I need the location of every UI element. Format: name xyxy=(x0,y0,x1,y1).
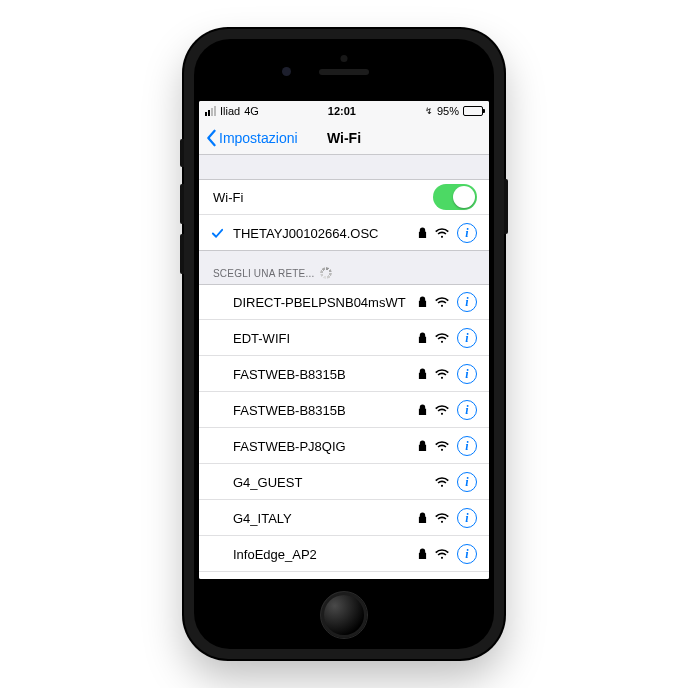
network-ssid: FASTWEB-B8315B xyxy=(233,367,418,382)
network-ssid: G4_GUEST xyxy=(233,475,435,490)
connected-ssid: THETAYJ00102664.OSC xyxy=(233,226,418,241)
network-cell[interactable]: InfoEdge_AP2i xyxy=(199,536,489,572)
info-button[interactable]: i xyxy=(457,544,477,564)
network-ssid: DIRECT-PBELPSNB04msWT xyxy=(233,295,418,310)
lock-icon xyxy=(418,404,427,416)
wifi-icon xyxy=(435,228,449,239)
network-cell[interactable]: G4_ITALYi xyxy=(199,500,489,536)
info-button[interactable]: i xyxy=(457,328,477,348)
wifi-icon xyxy=(435,369,449,380)
lock-icon xyxy=(418,227,427,239)
network-cell[interactable]: EDT-WIFIi xyxy=(199,320,489,356)
battery-icon xyxy=(463,106,483,116)
lock-icon xyxy=(418,548,427,560)
content[interactable]: Wi-Fi THETAYJ00102664.OSC xyxy=(199,155,489,579)
network-label: 4G xyxy=(244,105,259,117)
network-ssid: FASTWEB-B8315B xyxy=(233,403,418,418)
nav-bar: Impostazioni Wi-Fi xyxy=(199,121,489,155)
network-list: DIRECT-PBELPSNB04msWTiEDT-WIFIiFASTWEB-B… xyxy=(199,284,489,579)
back-label: Impostazioni xyxy=(219,130,298,146)
network-cell[interactable]: Vodafone-infoedgei xyxy=(199,572,489,579)
wifi-icon xyxy=(435,405,449,416)
carrier-label: Iliad xyxy=(220,105,240,117)
wifi-icon xyxy=(435,477,449,488)
battery-pct: 95% xyxy=(437,105,459,117)
section-header-label: SCEGLI UNA RETE... xyxy=(213,268,314,279)
lock-icon xyxy=(418,368,427,380)
network-cell[interactable]: G4_GUESTi xyxy=(199,464,489,500)
choose-network-header: SCEGLI UNA RETE... xyxy=(199,251,489,284)
screen: Iliad 4G 12:01 ↯ 95% Impostazioni Wi-Fi xyxy=(199,101,489,579)
wifi-toggle-cell: Wi-Fi xyxy=(199,179,489,215)
network-cell[interactable]: FASTWEB-B8315Bi xyxy=(199,356,489,392)
spinner-icon xyxy=(320,267,332,279)
info-button[interactable]: i xyxy=(457,472,477,492)
wifi-icon xyxy=(435,441,449,452)
wifi-icon xyxy=(435,513,449,524)
charging-icon: ↯ xyxy=(425,106,433,116)
network-cell[interactable]: FASTWEB-B8315Bi xyxy=(199,392,489,428)
network-cell[interactable]: FASTWEB-PJ8QIGi xyxy=(199,428,489,464)
phone-frame: Iliad 4G 12:01 ↯ 95% Impostazioni Wi-Fi xyxy=(184,29,504,659)
wifi-icon xyxy=(435,297,449,308)
info-button[interactable]: i xyxy=(457,364,477,384)
lock-icon xyxy=(418,296,427,308)
info-button[interactable]: i xyxy=(457,223,477,243)
lock-icon xyxy=(418,332,427,344)
page-title: Wi-Fi xyxy=(327,130,361,146)
checkmark-icon xyxy=(211,227,224,240)
wifi-toggle-label: Wi-Fi xyxy=(213,190,433,205)
wifi-icon xyxy=(435,549,449,560)
network-ssid: G4_ITALY xyxy=(233,511,418,526)
lock-icon xyxy=(418,512,427,524)
status-bar: Iliad 4G 12:01 ↯ 95% xyxy=(199,101,489,121)
back-button[interactable]: Impostazioni xyxy=(205,129,298,147)
chevron-left-icon xyxy=(205,129,217,147)
network-cell[interactable]: DIRECT-PBELPSNB04msWTi xyxy=(199,284,489,320)
home-button[interactable] xyxy=(320,591,368,639)
wifi-icon xyxy=(435,333,449,344)
info-button[interactable]: i xyxy=(457,508,477,528)
info-button[interactable]: i xyxy=(457,292,477,312)
network-ssid: EDT-WIFI xyxy=(233,331,418,346)
lock-icon xyxy=(418,440,427,452)
signal-icon xyxy=(205,106,216,116)
info-button[interactable]: i xyxy=(457,400,477,420)
connected-network-cell[interactable]: THETAYJ00102664.OSC i xyxy=(199,215,489,251)
network-ssid: InfoEdge_AP2 xyxy=(233,547,418,562)
info-button[interactable]: i xyxy=(457,436,477,456)
clock: 12:01 xyxy=(328,105,356,117)
network-ssid: FASTWEB-PJ8QIG xyxy=(233,439,418,454)
wifi-toggle-switch[interactable] xyxy=(433,184,477,210)
